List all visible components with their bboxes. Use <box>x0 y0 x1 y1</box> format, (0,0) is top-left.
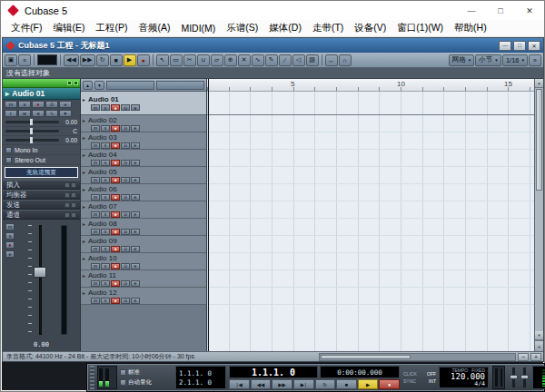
edit-channel-button[interactable]: e <box>131 177 140 183</box>
phones-level-slider[interactable] <box>523 368 526 387</box>
draw-tool[interactable]: ✎ <box>265 54 278 66</box>
volume-slider[interactable] <box>5 121 59 123</box>
edit-icon[interactable] <box>71 192 76 198</box>
track-lane[interactable] <box>207 150 534 167</box>
read-automation-button[interactable]: r <box>5 110 17 117</box>
section-inserts[interactable]: 插入 <box>3 180 80 190</box>
track-row[interactable]: ▸Audio 11 ms●⊙e <box>81 270 206 288</box>
horizontal-scrollbar[interactable] <box>319 353 516 361</box>
zoom-in-button[interactable]: + <box>530 353 541 361</box>
record-arm-button[interactable]: ● <box>111 177 120 183</box>
channel-fader[interactable] <box>34 225 46 335</box>
edit-icon[interactable] <box>71 212 76 218</box>
stop-button[interactable]: ■ <box>110 54 123 66</box>
title-bar[interactable]: Cubase 5 — □ ✕ <box>1 1 544 20</box>
track-row[interactable]: ▸Audio 02 ms●⊙e <box>81 115 206 132</box>
menu-help[interactable]: 帮助(H) <box>449 21 492 35</box>
bypass-icon[interactable] <box>64 182 70 188</box>
drag-handle[interactable] <box>90 366 94 389</box>
inspector-top-bar[interactable] <box>3 79 80 88</box>
freeze-button[interactable]: ∿ <box>45 110 58 117</box>
scroll-down-icon[interactable]: ▼ <box>535 331 543 340</box>
section-sends[interactable]: 发送 <box>3 200 80 210</box>
solo-button[interactable]: s <box>101 229 110 235</box>
expand-icon[interactable]: ▸ <box>83 152 85 158</box>
expand-icon[interactable]: ▸ <box>83 238 85 244</box>
mute-button[interactable]: m <box>91 177 100 183</box>
maximize-button[interactable]: □ <box>486 1 515 20</box>
left-locator-value[interactable]: 1.1.1. 0 <box>179 369 223 377</box>
solo-button[interactable]: s <box>101 160 110 166</box>
mute-button[interactable]: m <box>91 298 100 304</box>
track-row[interactable]: ▸ Audio 01 m s ● ⊙ e <box>81 92 206 115</box>
snap-button[interactable]: ∩ <box>339 54 352 66</box>
expand-icon[interactable]: ▸ <box>83 255 85 261</box>
playhead-cursor[interactable] <box>208 79 209 351</box>
play-button[interactable]: ▶ <box>358 379 379 389</box>
monitor-button[interactable]: ⊙ <box>121 298 130 304</box>
expand-icon[interactable]: ▸ <box>83 134 85 141</box>
track-row[interactable]: ▸Audio 08 ms●⊙e <box>81 219 206 236</box>
monitor-button[interactable]: ⊙ <box>45 101 58 108</box>
rewind-button[interactable]: ◀◀ <box>64 54 79 66</box>
edit-channel-button[interactable]: e <box>131 211 140 218</box>
goto-start-button[interactable]: ∣◀ <box>229 379 250 389</box>
record-arm-button[interactable]: ● <box>111 160 120 166</box>
timewarp-tool[interactable]: ∿ <box>252 54 264 66</box>
menu-devices[interactable]: 设备(V) <box>349 21 391 35</box>
project-close-button[interactable]: ✕ <box>528 41 540 51</box>
edit-channel-button[interactable]: e <box>59 101 72 108</box>
time-signature-value[interactable]: 4/4 <box>474 381 485 387</box>
edit-channel-button[interactable]: e <box>131 263 140 270</box>
record-arm-button[interactable]: ● <box>111 194 120 201</box>
cycle-button[interactable]: ↻ <box>315 379 336 389</box>
dropdown-button[interactable]: ▾ <box>59 110 72 117</box>
track-preset-slot[interactable]: 无轨道预置 <box>5 167 78 178</box>
vertical-zoom-button[interactable]: + <box>535 340 543 351</box>
rewind-button[interactable]: ◀◀ <box>251 379 272 389</box>
write-automation-button[interactable]: w <box>18 110 31 117</box>
solo-button[interactable]: s <box>101 125 110 132</box>
inspector-track-header[interactable]: ▸ Audio 01 <box>3 88 80 100</box>
vertical-scroll-thumb[interactable] <box>536 89 542 191</box>
monitor-button[interactable]: ⊙ <box>121 211 130 218</box>
menu-window[interactable]: 窗口(1)(W) <box>391 21 449 35</box>
solo-button[interactable]: s <box>101 280 110 287</box>
record-arm-button[interactable]: ● <box>111 211 120 218</box>
track-lane[interactable] <box>207 92 534 115</box>
track-row[interactable]: ▸Audio 06 ms●⊙e <box>81 184 206 201</box>
track-row[interactable]: ▸Audio 03 ms●⊙e <box>81 132 206 150</box>
minimize-button[interactable]: — <box>457 1 486 20</box>
inspector-collapse-icon[interactable] <box>74 81 78 85</box>
channel-mute-button[interactable]: m <box>5 223 15 230</box>
mute-tool[interactable]: ✕ <box>238 54 251 66</box>
expand-icon[interactable]: ▸ <box>83 220 85 227</box>
menu-media[interactable]: 媒体(D) <box>263 21 307 35</box>
solo-button[interactable]: s <box>101 246 110 252</box>
cycle-button[interactable]: ↻ <box>96 54 109 66</box>
event-display[interactable]: 5 10 15 <box>207 79 534 351</box>
edit-channel-button[interactable]: e <box>131 298 140 304</box>
play-button[interactable]: ▶ <box>124 54 136 66</box>
zoom-tool[interactable]: ⊕ <box>224 54 237 66</box>
mute-button[interactable]: m <box>5 101 17 108</box>
edit-channel-button[interactable]: e <box>131 229 140 235</box>
edit-channel-button[interactable]: e <box>131 104 140 111</box>
track-row[interactable]: ▸Audio 05 ms●⊙e <box>81 167 206 184</box>
edit-icon[interactable] <box>71 202 76 208</box>
range-tool[interactable]: ▭ <box>170 54 183 66</box>
activate-project-button[interactable]: ▣ <box>5 54 17 66</box>
monitor-button[interactable]: ⊙ <box>121 104 130 111</box>
monitor-button[interactable]: ⊙ <box>121 160 130 166</box>
edit-channel-button[interactable]: e <box>131 125 140 132</box>
record-arm-button[interactable]: ● <box>111 125 120 132</box>
horizontal-scroll-thumb[interactable] <box>321 355 411 359</box>
vertical-scrollbar[interactable]: ▲ ▼ + <box>534 79 543 351</box>
menu-file[interactable]: 文件(F) <box>5 21 47 35</box>
output-routing-select[interactable]: Stereo Out <box>3 155 80 165</box>
mute-button[interactable]: m <box>91 263 100 270</box>
track-row[interactable]: ▸Audio 10 ms●⊙e <box>81 253 206 270</box>
track-lane[interactable] <box>207 115 534 132</box>
solo-button[interactable]: s <box>101 194 110 201</box>
mute-button[interactable]: m <box>91 194 100 201</box>
